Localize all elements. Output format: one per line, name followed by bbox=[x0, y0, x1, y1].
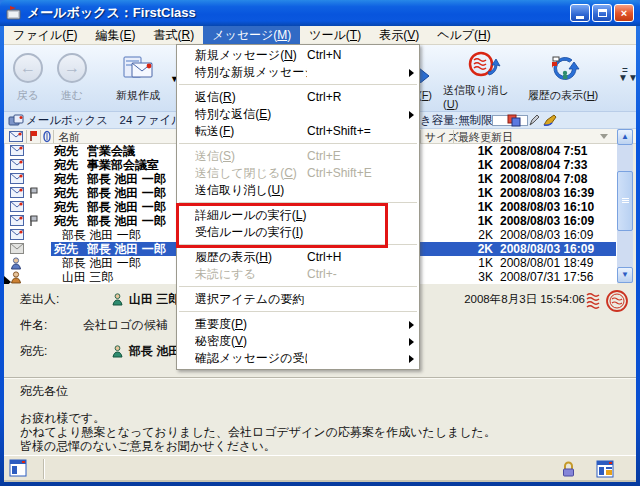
unsend-icon bbox=[465, 48, 501, 83]
menu-separator bbox=[177, 283, 419, 291]
vertical-scrollbar[interactable]: ▲ ▼ bbox=[617, 129, 633, 283]
scrollbar-thumb[interactable] bbox=[617, 171, 633, 231]
menu-item-special-reply[interactable]: 特別な返信(E) bbox=[177, 106, 419, 123]
to-label: 宛先: bbox=[20, 343, 82, 360]
envelope-unread-icon bbox=[10, 215, 24, 226]
column-modified[interactable]: 最終更新日 bbox=[458, 130, 513, 145]
menu-help[interactable]: ヘルプ(H) bbox=[428, 26, 500, 44]
from-value: 山田 三郎 bbox=[129, 291, 180, 308]
maximize-button[interactable] bbox=[592, 4, 612, 22]
to-value: 部長 池田 bbox=[129, 343, 180, 360]
toolbar-overflow-chevron[interactable]: =▼▼ bbox=[618, 67, 632, 81]
divider bbox=[43, 459, 45, 479]
title-bar[interactable]: メールボックス：FirstClass × bbox=[0, 0, 640, 26]
flag-column-icon[interactable] bbox=[29, 130, 39, 142]
flag-icon bbox=[29, 215, 39, 227]
scroll-up-button[interactable]: ▲ bbox=[617, 129, 633, 145]
menu-item-send: 送信(S)Ctrl+E bbox=[177, 148, 419, 165]
split-view-icon[interactable] bbox=[9, 459, 27, 477]
menu-item-summarize-selected[interactable]: 選択アイテムの要約 (Y) bbox=[177, 291, 419, 308]
menu-item-forward[interactable]: 転送(F)Ctrl+Shift+= bbox=[177, 123, 419, 140]
unsend-button[interactable]: 送信取り消し(U) bbox=[443, 48, 523, 110]
menu-view[interactable]: 表示(V) bbox=[370, 26, 428, 44]
history-icon bbox=[545, 48, 581, 88]
submenu-arrow-icon bbox=[409, 338, 414, 346]
menu-item-reply[interactable]: 返信(R)Ctrl+R bbox=[177, 89, 419, 106]
mailbox-icon bbox=[8, 114, 24, 127]
menu-bar: ファイル(F) 編集(E) 書式(R) メッセージ(M) ツール(T) 表示(V… bbox=[4, 26, 636, 45]
scroll-down-button[interactable]: ▼ bbox=[617, 267, 633, 283]
new-message-icon bbox=[120, 48, 156, 88]
back-icon: ← bbox=[13, 48, 43, 88]
forward-nav-icon: → bbox=[57, 48, 87, 88]
menu-edit[interactable]: 編集(E) bbox=[86, 26, 144, 44]
submenu-arrow-icon bbox=[409, 321, 414, 329]
menu-separator bbox=[177, 81, 419, 89]
subject-value: 会社ロゴの候補 bbox=[83, 317, 168, 334]
pencil-icon[interactable] bbox=[528, 113, 540, 127]
annotation-highlight-box bbox=[176, 203, 388, 248]
submenu-arrow-icon bbox=[409, 111, 414, 119]
postmark-icon bbox=[586, 289, 630, 313]
flag-icon bbox=[29, 187, 39, 199]
menu-item-special-new-message[interactable]: 特別な新規メッセージ(M) bbox=[177, 64, 419, 81]
menu-file[interactable]: ファイル(F) bbox=[4, 26, 86, 44]
submenu-arrow-icon bbox=[409, 355, 414, 363]
attachment-column-icon[interactable] bbox=[42, 130, 52, 143]
menu-item-show-history[interactable]: 履歴の表示(H)Ctrl+H bbox=[177, 249, 419, 266]
client-area: ファイル(F) 編集(E) 書式(R) メッセージ(M) ツール(T) 表示(V… bbox=[4, 26, 636, 482]
panel-layout-icon[interactable] bbox=[596, 460, 614, 478]
envelope-icon bbox=[10, 229, 24, 240]
submenu-arrow-icon bbox=[409, 69, 414, 77]
subject-label: 件名: bbox=[20, 317, 82, 334]
menu-item-receipt-confirmation[interactable]: 確認メッセージの受け取り(T) bbox=[177, 350, 419, 367]
window-title: メールボックス：FirstClass bbox=[27, 4, 568, 22]
lock-icon bbox=[561, 461, 576, 477]
quota-text: き容量:無制限 bbox=[420, 113, 492, 128]
firstclass-window: メールボックス：FirstClass × ファイル(F) 編集(E) 書式(R)… bbox=[0, 0, 640, 486]
menu-separator bbox=[177, 140, 419, 148]
message-datetime: 2008年8月3日 15:54:06 bbox=[464, 292, 585, 307]
envelope-unread-icon bbox=[10, 187, 24, 198]
message-body[interactable]: 宛先各位 お疲れ様です。 かねてより懸案となっておりました、会社ロゴデザインの応… bbox=[4, 379, 636, 455]
status-bar bbox=[4, 455, 636, 482]
menu-item-send-and-close: 送信して閉じる(C)Ctrl+Shift+E bbox=[177, 165, 419, 182]
envelope-unread-icon bbox=[10, 201, 24, 212]
menu-item-unsend[interactable]: 送信取り消し(U) bbox=[177, 182, 419, 199]
body-line: 皆様の忌憚のないご意見をお聞かせください。 bbox=[20, 438, 276, 455]
menu-format[interactable]: 書式(R) bbox=[144, 26, 203, 44]
person-icon bbox=[112, 293, 123, 306]
envelope-read-icon bbox=[10, 243, 24, 254]
app-icon bbox=[6, 5, 22, 21]
envelope-column-icon[interactable] bbox=[9, 131, 23, 142]
envelope-unread-icon bbox=[10, 145, 24, 156]
pen-icon[interactable] bbox=[542, 113, 558, 127]
menu-item-sensitivity[interactable]: 秘密度(V) bbox=[177, 333, 419, 350]
from-label: 差出人: bbox=[20, 291, 82, 308]
close-button[interactable]: × bbox=[614, 4, 634, 22]
forward-nav-button[interactable]: → 進む bbox=[50, 48, 94, 110]
new-message-button[interactable]: 新規作成 ▼ bbox=[100, 48, 176, 110]
menu-tools[interactable]: ツール(T) bbox=[300, 26, 370, 44]
menu-message[interactable]: メッセージ(M) bbox=[203, 26, 300, 44]
menu-separator bbox=[177, 308, 419, 316]
menu-item-new-message[interactable]: 新規メッセージ(N)Ctrl+N bbox=[177, 47, 419, 64]
envelope-unread-icon bbox=[10, 159, 24, 170]
envelope-unread-icon bbox=[10, 173, 24, 184]
history-button[interactable]: 履歴の表示(H) bbox=[523, 48, 603, 110]
person-icon bbox=[112, 345, 123, 358]
back-button[interactable]: ← 戻る bbox=[6, 48, 50, 110]
person-blue-icon bbox=[10, 257, 22, 270]
minimize-button[interactable] bbox=[570, 4, 590, 22]
menu-item-importance[interactable]: 重要度(P) bbox=[177, 316, 419, 333]
body-line: 宛先各位 bbox=[20, 383, 68, 400]
layers-icon[interactable] bbox=[506, 113, 522, 127]
sort-descending-icon[interactable] bbox=[600, 134, 608, 139]
mailbox-summary-text: メールボックス 24 ファイル ( bbox=[26, 113, 190, 128]
column-name[interactable]: 名前 bbox=[58, 130, 80, 145]
person-orange-icon bbox=[10, 271, 22, 284]
menu-item-mark-unread: 未読にするCtrl+- bbox=[177, 266, 419, 283]
